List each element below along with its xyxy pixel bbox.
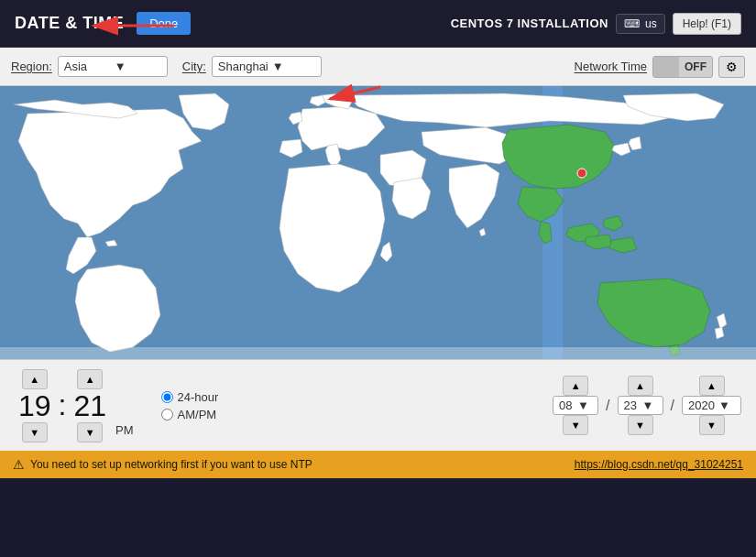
date-controls: ▲ 08 ▼ ▼ / ▲ 23 ▼ ▼ [553,376,741,435]
24hour-radio[interactable] [161,391,173,403]
month-spinner: ▲ 08 ▼ ▼ [553,376,598,435]
map-container[interactable] [0,86,756,359]
day-spinner: ▲ 23 ▼ ▼ [618,376,663,435]
centos-label: CENTOS 7 INSTALLATION [451,16,608,30]
minutes-down-button[interactable]: ▼ [77,422,103,442]
keyboard-indicator[interactable]: ⌨ us [616,14,665,34]
warning-link[interactable]: https://blog.csdn.net/qq_31024251 [575,458,743,471]
year-value-box: 2020 ▼ [682,396,741,415]
ampm-option[interactable]: AM/PM [161,408,219,421]
warning-bar: ⚠ You need to set up networking first if… [0,451,756,478]
24hour-option[interactable]: 24-hour [161,390,219,404]
24hour-label: 24-hour [178,390,219,404]
hours-down-button[interactable]: ▼ [22,422,48,442]
network-time-label: Network Time [575,60,647,73]
warning-left: ⚠ You need to set up networking first if… [13,457,312,472]
year-spin: ▲ 2020 ▼ ▼ [682,376,741,435]
keyboard-icon: ⌨ [624,17,640,30]
month-value-box: 08 ▼ [553,396,598,415]
toggle-state: OFF [679,59,712,75]
done-button[interactable]: Done [137,12,191,35]
minutes-display: 21 [73,391,106,420]
time-format-options: 24-hour AM/PM [161,390,219,421]
year-value: 2020 [688,399,715,412]
time-controls: ▲ 19 ▼ : ▲ 21 ▼ PM [15,369,134,442]
city-group: City: Shanghai ▼ [182,56,322,77]
month-up-button[interactable]: ▲ [563,376,588,396]
keyboard-lang: us [645,17,657,30]
region-group: Region: Asia ▼ [11,56,168,77]
date-sep-1: / [606,398,609,414]
time-colon: : [59,388,67,422]
header-left: DATE & TIME Done [15,12,191,35]
month-spin: ▲ 08 ▼ ▼ [553,376,598,435]
day-value: 23 [624,399,639,412]
day-up-button[interactable]: ▲ [628,376,653,396]
hours-up-button[interactable]: ▲ [22,369,48,389]
page-title: DATE & TIME [15,14,124,33]
minutes-spinner: ▲ 21 ▼ [70,369,110,442]
city-label: City: [182,60,206,73]
ampm-radio[interactable] [161,409,173,420]
page-wrapper: DATE & TIME Done CENTOS 7 INSTALLATION ⌨… [0,0,756,557]
region-dropdown-arrow: ▼ [115,60,161,73]
period-label: PM [115,423,134,437]
city-select[interactable]: Shanghai ▼ [212,56,322,77]
date-sep-2: / [671,398,674,414]
hours-display: 19 [18,391,51,420]
day-arrow: ▼ [642,399,657,412]
day-spin: ▲ 23 ▼ ▼ [618,376,663,435]
warning-icon: ⚠ [13,457,25,472]
bottom-controls: ▲ 19 ▼ : ▲ 21 ▼ PM 24-hour AM/PM [0,359,756,451]
warning-text: You need to set up networking first if y… [30,458,312,471]
month-down-button[interactable]: ▼ [563,415,588,435]
minutes-up-button[interactable]: ▲ [77,369,103,389]
region-value: Asia [64,60,111,73]
month-value: 08 [559,399,574,412]
year-spinner: ▲ 2020 ▼ ▼ [682,376,741,435]
year-up-button[interactable]: ▲ [699,376,725,396]
hours-spinner: ▲ 19 ▼ [15,369,55,442]
region-select[interactable]: Asia ▼ [58,56,168,77]
toolbar: Region: Asia ▼ City: Shanghai ▼ Network … [0,48,756,86]
header-right: CENTOS 7 INSTALLATION ⌨ us Help! (F1) [451,13,741,35]
toggle-track [653,57,679,77]
header: DATE & TIME Done CENTOS 7 INSTALLATION ⌨… [0,0,756,48]
ampm-label: AM/PM [178,408,217,421]
help-button[interactable]: Help! (F1) [673,13,741,35]
network-time-section: Network Time OFF ⚙ [575,56,745,78]
region-label: Region: [11,60,52,73]
city-dropdown-arrow: ▼ [272,60,315,73]
month-arrow: ▼ [577,399,592,412]
year-down-button[interactable]: ▼ [699,415,725,435]
day-down-button[interactable]: ▼ [628,415,653,435]
year-arrow: ▼ [718,399,735,412]
svg-point-2 [577,169,586,178]
world-map [0,86,756,359]
day-value-box: 23 ▼ [618,396,663,415]
network-time-settings-button[interactable]: ⚙ [718,56,745,78]
city-value: Shanghai [218,60,268,73]
network-time-toggle[interactable]: OFF [652,56,713,78]
